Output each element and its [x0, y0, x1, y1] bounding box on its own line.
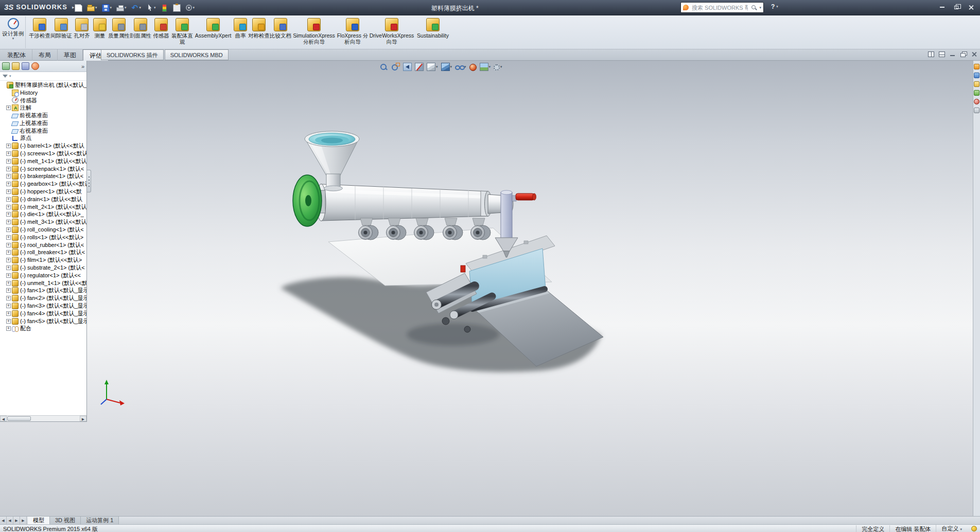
tree-item-fan-5[interactable]: + (-) fan<5> (默认<默认_显示	[0, 317, 86, 325]
tree-item-top-plane[interactable]: 上视基准面	[0, 119, 86, 127]
tree-item-fan-1[interactable]: + (-) fan<1> (默认<默认_显示	[0, 287, 86, 295]
expander-icon[interactable]: +	[6, 205, 11, 209]
tree-item-hopper[interactable]: + (-) hopper<1> (默认<<默	[0, 188, 86, 196]
print-button[interactable]: ▾	[115, 2, 128, 13]
expander-icon[interactable]: +	[6, 182, 11, 186]
tab-solidworks-mbd[interactable]: SOLIDWORKS MBD	[165, 49, 229, 60]
hud-button[interactable]: ▾	[494, 63, 502, 70]
expander-icon[interactable]	[6, 98, 11, 102]
expander-icon[interactable]: +	[6, 319, 11, 324]
sustainability-button[interactable]: Sustainability	[415, 16, 451, 48]
prev-tab-button[interactable]: ◀	[7, 517, 13, 524]
expander-icon[interactable]: +	[6, 311, 11, 316]
document-minimize-icon[interactable]	[950, 51, 956, 57]
file-properties-button[interactable]	[171, 2, 182, 13]
expander-icon[interactable]: +	[6, 159, 11, 164]
scroll-left-icon[interactable]: ◀	[0, 416, 7, 421]
expander-icon[interactable]: +	[6, 326, 11, 331]
scroll-right-icon[interactable]: ▶	[80, 416, 86, 421]
hud-button[interactable]	[403, 63, 412, 71]
tab-sketch[interactable]: 草图	[58, 49, 83, 61]
dropdown-caret-icon[interactable]: ▾	[500, 65, 502, 69]
expander-icon[interactable]: +	[6, 197, 11, 202]
section-properties-button[interactable]: 剖面属性	[130, 16, 151, 48]
dropdown-caret-icon[interactable]: ▾	[193, 6, 195, 10]
hud-button[interactable]: ▾	[480, 63, 491, 71]
expander-icon[interactable]	[6, 136, 11, 140]
tree-horizontal-scrollbar[interactable]: ◀ ▶	[0, 415, 86, 421]
tree-item-film[interactable]: + (-) film<1> (默认<<默认>	[0, 256, 86, 264]
panel-expand-chevron-icon[interactable]: »	[81, 63, 84, 69]
assembly-visualization-button[interactable]: 装配体直观	[171, 16, 194, 48]
hud-button[interactable]: ▾	[427, 63, 438, 71]
first-tab-button[interactable]: ◀	[0, 517, 7, 524]
expander-icon[interactable]: +	[6, 304, 11, 308]
hud-button[interactable]	[469, 63, 477, 71]
displaymanager-tab[interactable]	[31, 62, 39, 70]
expander-icon[interactable]: +	[6, 273, 11, 278]
tree-item-regulator[interactable]: + (-) regulator<1> (默认<<	[0, 272, 86, 279]
status-customize[interactable]: 自定义 ▾	[936, 525, 967, 532]
measure-button[interactable]: 测量	[92, 16, 108, 48]
simulationxpress-button[interactable]: SimulationXpress 分析向导	[291, 16, 337, 48]
expander-icon[interactable]: +	[6, 167, 11, 171]
tree-item-fan-4[interactable]: + (-) fan<4> (默认<默认_显示	[0, 310, 86, 317]
appearances-icon[interactable]	[974, 99, 979, 104]
dropdown-caret-icon[interactable]: ▾	[489, 65, 491, 69]
tree-item-die[interactable]: + (-) die<1> (默认<<默认>_	[0, 211, 86, 219]
select-button[interactable]: ▾	[144, 2, 157, 13]
expander-icon[interactable]	[6, 121, 11, 126]
expander-icon[interactable]: +	[6, 281, 11, 286]
model-barrel[interactable]	[317, 184, 492, 221]
filter-funnel-icon[interactable]	[3, 75, 8, 78]
expander-icon[interactable]: +	[6, 235, 11, 240]
restore-button[interactable]	[949, 2, 964, 12]
tree-item-origin[interactable]: 原点	[0, 135, 86, 143]
hud-button[interactable]	[415, 63, 424, 71]
help-menu[interactable]: ? ▾	[771, 3, 778, 10]
hud-button[interactable]	[391, 63, 400, 71]
tree-item-fan-2[interactable]: + (-) fan<2> (默认<默认_显示	[0, 294, 86, 302]
tree-item-front-plane[interactable]: 前视基准面	[0, 112, 86, 119]
scrollbar-thumb[interactable]	[7, 416, 31, 421]
symmetry-check-button[interactable]: 对称检查	[248, 16, 270, 48]
configurationmanager-tab[interactable]	[22, 62, 29, 70]
tab-motion-study[interactable]: 运动算例 1	[81, 517, 119, 525]
expander-icon[interactable]: +	[6, 265, 11, 270]
viewport-split-icon[interactable]	[928, 51, 934, 57]
tree-item-unmelt-1[interactable]: + (-) unmelt_1<1> (默认<<默	[0, 279, 86, 287]
view-palette-icon[interactable]	[974, 90, 979, 96]
design-library-icon[interactable]	[974, 73, 979, 78]
hud-button[interactable]	[379, 63, 388, 71]
tree-item-melt-3[interactable]: + (-) melt_3<1> (默认<<默认	[0, 218, 86, 226]
new-document-button[interactable]	[73, 2, 84, 13]
document-close-icon[interactable]	[971, 51, 977, 57]
driveworksxpress-button[interactable]: DriveWorksXpress 向导	[369, 16, 415, 48]
expander-icon[interactable]: +	[6, 296, 11, 300]
expander-icon[interactable]: +	[6, 151, 11, 156]
tree-item-brakerplate[interactable]: + (-) brakerplate<1> (默认<	[0, 173, 86, 181]
open-button[interactable]: ▾	[85, 2, 99, 13]
solidworks-resources-icon[interactable]	[974, 64, 979, 69]
filter-caret-icon[interactable]: ▾	[9, 74, 11, 78]
custom-properties-icon[interactable]	[974, 108, 979, 113]
rebuild-button[interactable]	[159, 2, 170, 13]
dropdown-caret-icon[interactable]: ▾	[450, 65, 452, 69]
dropdown-caret-icon[interactable]: ▾	[436, 65, 438, 69]
tree-item-melt-2[interactable]: + (-) melt_2<1> (默认<<默认	[0, 203, 86, 211]
search-input[interactable]	[691, 4, 749, 11]
last-tab-button[interactable]: ▶	[20, 517, 27, 524]
tab-3d-views[interactable]: 3D 视图	[50, 517, 81, 525]
dropdown-caret-icon[interactable]: ▾	[154, 6, 156, 10]
tab-assembly[interactable]: 装配体	[1, 49, 32, 61]
hud-button[interactable]: ▾	[441, 63, 452, 71]
undo-button[interactable]: ▾	[130, 2, 143, 13]
assemblyxpert-button[interactable]: AssemblyXpert	[194, 16, 233, 48]
propertymanager-tab[interactable]	[12, 62, 20, 70]
sensor-button[interactable]: 传感器	[151, 16, 171, 48]
expander-icon[interactable]: +	[6, 243, 11, 247]
tree-item-screenpack[interactable]: + (-) screenpack<1> (默认<	[0, 165, 86, 173]
expander-icon[interactable]	[6, 91, 11, 95]
clearance-verification-button[interactable]: 间隙验证	[50, 16, 72, 48]
expander-icon[interactable]: +	[6, 220, 11, 224]
